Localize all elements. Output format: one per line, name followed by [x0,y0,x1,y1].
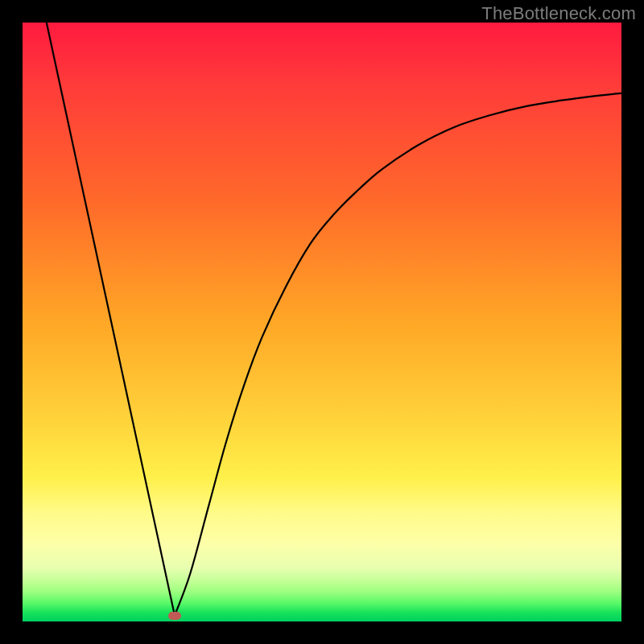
vertex-marker [168,612,181,620]
chart-frame: TheBottleneck.com [0,0,644,644]
watermark-text: TheBottleneck.com [481,3,636,24]
chart-curve-layer [23,23,621,621]
curve-left-branch [47,23,175,616]
chart-plot-area [23,23,621,621]
curve-right-branch [175,93,621,616]
